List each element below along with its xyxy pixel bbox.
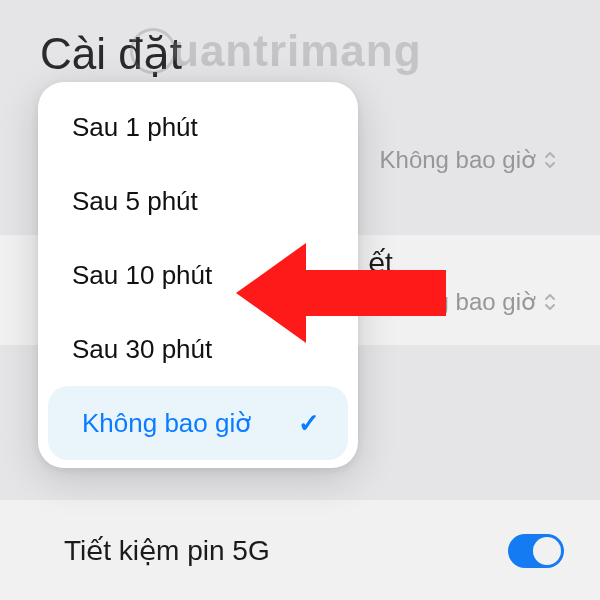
dropdown-option-label: Sau 30 phút bbox=[72, 334, 212, 365]
timeout-dropdown: Sau 1 phút Sau 5 phút Sau 10 phút Sau 30… bbox=[38, 82, 358, 468]
watermark-text: uantrimang bbox=[172, 26, 422, 75]
toggle-5g-battery-saver[interactable] bbox=[508, 534, 564, 568]
dropdown-option-never[interactable]: Không bao giờ ✓ bbox=[48, 386, 348, 460]
dropdown-option-label: Sau 5 phút bbox=[72, 186, 198, 217]
dropdown-option-label: Sau 1 phút bbox=[72, 112, 198, 143]
dropdown-option-10min[interactable]: Sau 10 phút bbox=[38, 238, 358, 312]
row-label-partial: ết bbox=[368, 246, 393, 279]
updown-icon bbox=[544, 292, 556, 312]
row-value-text: Không bao giờ bbox=[380, 146, 536, 174]
bulb-icon bbox=[130, 28, 176, 74]
row-label-5g: Tiết kiệm pin 5G bbox=[64, 534, 270, 567]
row-value[interactable]: Không bao giờ bbox=[380, 288, 556, 316]
row-value[interactable]: Không bao giờ bbox=[380, 146, 556, 174]
settings-screen: Cài đặt Không bao giờ ết Không bao giờ T… bbox=[0, 0, 600, 600]
dropdown-option-label: Sau 10 phút bbox=[72, 260, 212, 291]
dropdown-option-30min[interactable]: Sau 30 phút bbox=[38, 312, 358, 386]
updown-icon bbox=[544, 150, 556, 170]
dropdown-option-label: Không bao giờ bbox=[82, 408, 251, 439]
dropdown-option-5min[interactable]: Sau 5 phút bbox=[38, 164, 358, 238]
watermark: uantrimang bbox=[130, 26, 422, 76]
row-value-text: Không bao giờ bbox=[380, 288, 536, 316]
check-icon: ✓ bbox=[298, 408, 320, 439]
dropdown-option-1min[interactable]: Sau 1 phút bbox=[38, 90, 358, 164]
